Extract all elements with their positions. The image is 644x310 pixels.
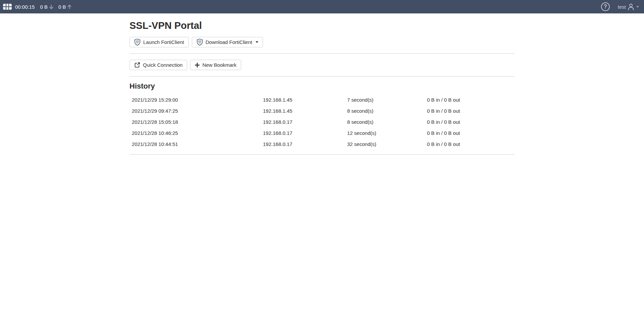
divider [129,53,515,54]
download-forticlient-label: Download FortiClient [206,39,252,45]
history-datetime: 2021/12/29 09:47:25 [129,105,263,116]
bytes-sent-value: 0 B [58,4,66,10]
history-duration: 8 second(s) [347,105,427,116]
history-duration: 32 second(s) [347,139,427,150]
new-bookmark-button[interactable]: New Bookmark [190,60,241,70]
quick-connection-button[interactable]: Quick Connection [129,60,187,70]
top-navbar: 00:00:15 0 B 0 B ? test [0,0,644,13]
apps-grid-cell [3,4,6,6]
forticlient-shield-icon [134,39,141,46]
apps-grid-cell [6,7,8,10]
apps-grid-cell [9,4,12,6]
external-link-icon [134,62,140,68]
chevron-down-icon [256,41,258,43]
history-duration: 8 second(s) [347,116,427,127]
history-row: 2021/12/29 09:47:25 192.168.1.45 8 secon… [129,105,515,116]
history-datetime: 2021/12/28 10:46:25 [129,127,263,139]
quick-connection-label: Quick Connection [143,62,182,68]
launch-forticlient-button[interactable]: Launch FortiClient [129,37,189,47]
session-timer: 00:00:15 [15,4,35,10]
history-duration: 7 second(s) [347,94,427,105]
history-bytes: 0 B in / 0 B out [427,105,515,116]
bytes-received: 0 B [40,4,54,10]
plus-icon [195,63,200,67]
history-bytes: 0 B in / 0 B out [427,139,515,150]
apps-grid-cell [6,4,8,6]
history-heading: History [129,82,515,90]
history-bytes: 0 B in / 0 B out [427,94,515,105]
bytes-received-value: 0 B [40,4,48,10]
history-ip: 192.168.1.45 [263,105,347,116]
apps-grid-cell [3,7,6,10]
forticlient-button-row: Launch FortiClient Download FortiClient [129,37,515,47]
apps-grid-cell [9,7,12,10]
history-datetime: 2021/12/28 10:44:51 [129,139,263,150]
launch-forticlient-label: Launch FortiClient [143,39,184,45]
history-row: 2021/12/28 15:05:18 192.168.0.17 8 secon… [129,116,515,127]
history-datetime: 2021/12/29 15:29:00 [129,94,263,105]
history-bytes: 0 B in / 0 B out [427,116,515,127]
bytes-sent: 0 B [58,4,72,10]
divider [129,154,515,155]
arrow-up-icon [67,4,72,9]
username-label: test [618,4,626,10]
apps-grid-icon[interactable] [3,4,12,10]
new-bookmark-label: New Bookmark [202,62,236,68]
navbar-left-group: 00:00:15 0 B 0 B [3,4,76,10]
history-ip: 192.168.1.45 [263,94,347,105]
history-bytes: 0 B in / 0 B out [427,127,515,139]
download-forticlient-button[interactable]: Download FortiClient [192,37,263,47]
divider [129,76,515,76]
history-table: 2021/12/29 15:29:00 192.168.1.45 7 secon… [129,94,515,150]
history-ip: 192.168.0.17 [263,139,347,150]
page-title: SSL-VPN Portal [129,20,515,31]
arrow-down-icon [49,4,54,9]
chevron-down-icon [636,6,639,8]
history-ip: 192.168.0.17 [263,116,347,127]
history-row: 2021/12/28 10:46:25 192.168.0.17 12 seco… [129,127,515,139]
forticlient-shield-icon [197,39,203,46]
history-datetime: 2021/12/28 15:05:18 [129,116,263,127]
history-row: 2021/12/28 10:44:51 192.168.0.17 32 seco… [129,139,515,150]
user-icon [628,3,634,10]
history-row: 2021/12/29 15:29:00 192.168.1.45 7 secon… [129,94,515,105]
portal-content: SSL-VPN Portal Launch FortiClient [129,20,515,155]
history-ip: 192.168.0.17 [263,127,347,139]
history-duration: 12 second(s) [347,127,427,139]
user-menu[interactable]: test [618,3,639,10]
help-glyph: ? [604,4,607,10]
connection-button-row: Quick Connection New Bookmark [129,60,515,70]
help-icon[interactable]: ? [601,2,610,11]
